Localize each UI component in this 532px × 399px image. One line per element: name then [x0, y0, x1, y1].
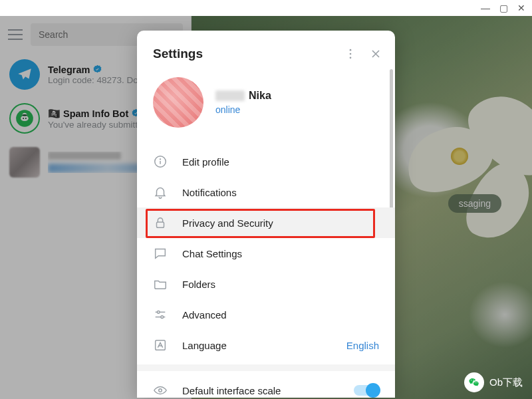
divider	[137, 364, 395, 371]
menu-chat-settings[interactable]: Chat Settings	[137, 238, 395, 269]
menu-label: Privacy and Security	[182, 217, 273, 229]
svg-point-16	[159, 389, 162, 392]
menu-label: Language	[182, 340, 227, 351]
bell-icon	[153, 185, 168, 200]
info-icon	[153, 154, 168, 169]
svg-point-5	[350, 53, 352, 55]
profile-avatar	[153, 77, 203, 128]
svg-rect-10	[157, 222, 164, 227]
menu-folders[interactable]: Folders	[137, 269, 395, 299]
menu-label: Notifications	[182, 187, 237, 198]
svg-point-9	[160, 159, 161, 160]
menu-privacy-security[interactable]: Privacy and Security	[137, 207, 395, 238]
menu-notifications[interactable]: Notifications	[137, 177, 395, 207]
svg-point-6	[350, 57, 352, 59]
menu-label: Advanced	[182, 309, 227, 321]
chat-icon	[153, 246, 168, 261]
profile-section[interactable]: Nika online	[137, 74, 395, 142]
profile-name: Nika	[215, 90, 271, 102]
eye-icon	[153, 383, 168, 398]
modal-title: Settings	[153, 47, 338, 61]
window-titlebar: — ▢ ✕	[0, 0, 532, 16]
menu-label: Chat Settings	[182, 248, 242, 259]
settings-modal: Settings Nika online Edit profile Notifi…	[137, 31, 395, 398]
svg-point-14	[161, 316, 164, 319]
menu-interface-scale[interactable]: Default interface scale	[137, 375, 395, 398]
minimize-button[interactable]: —	[481, 3, 490, 13]
maximize-button[interactable]: ▢	[499, 3, 508, 13]
folder-icon	[153, 277, 168, 291]
language-value: English	[346, 340, 379, 351]
svg-point-12	[157, 311, 160, 314]
menu-label: Edit profile	[182, 156, 229, 168]
watermark-text: Ob下载	[489, 376, 523, 389]
menu-label: Default interface scale	[182, 385, 281, 396]
language-icon	[153, 338, 168, 352]
lock-icon	[153, 215, 168, 230]
profile-status: online	[215, 104, 271, 115]
menu-label: Folders	[182, 279, 215, 290]
settings-menu: Edit profile Notifications Privacy and S…	[137, 142, 395, 398]
menu-language[interactable]: Language English	[137, 330, 395, 360]
menu-advanced[interactable]: Advanced	[137, 299, 395, 330]
wechat-icon	[464, 372, 484, 392]
menu-edit-profile[interactable]: Edit profile	[137, 146, 395, 177]
close-window-button[interactable]: ✕	[517, 3, 525, 13]
close-icon[interactable]	[363, 41, 388, 66]
more-icon[interactable]	[338, 41, 363, 66]
watermark: Ob下载	[464, 372, 523, 392]
svg-point-4	[350, 49, 352, 51]
scale-toggle[interactable]	[354, 385, 379, 396]
sliders-icon	[153, 307, 168, 322]
